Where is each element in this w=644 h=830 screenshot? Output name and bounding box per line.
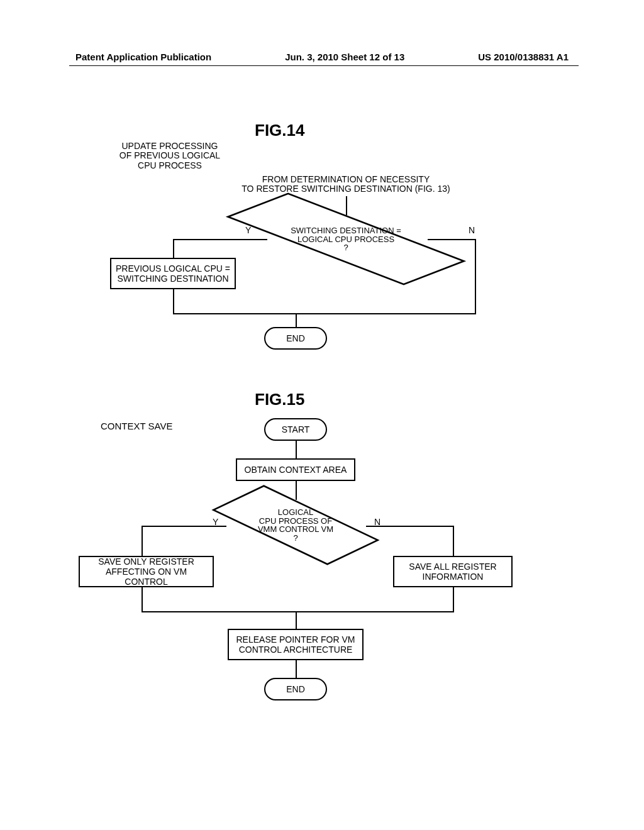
connector	[173, 289, 174, 313]
header-left: Patent Application Publication	[75, 52, 211, 62]
fig14-decision-l1: SWITCHING DESTINATION =	[264, 226, 428, 235]
connector	[142, 526, 226, 527]
connector	[173, 239, 174, 258]
fig15-section: CONTEXT SAVE	[101, 421, 226, 432]
connector	[296, 313, 297, 327]
fig14-y-label: Y	[245, 225, 251, 235]
fig14-yes-l2: SWITCHING DESTINATION	[116, 274, 230, 284]
connector	[475, 239, 476, 313]
fig14-decision-l3: ?	[264, 243, 428, 252]
fig15-yes-box: SAVE ONLY REGISTER AFFECTING ON VM CONTR…	[79, 556, 214, 587]
fig15-release-l1: RELEASE POINTER FOR VM	[236, 634, 355, 645]
fig15-decision: LOGICAL CPU PROCESS OF VMM CONTROL VM ?	[226, 495, 365, 555]
fig15-yes-l1: SAVE ONLY REGISTER	[84, 556, 209, 567]
connector	[296, 660, 297, 678]
fig15-no-l1: SAVE ALL REGISTER	[409, 562, 496, 572]
fig14-from-l2: TO RESTORE SWITCHING DESTINATION (FIG. 1…	[233, 184, 459, 194]
fig14-proc-title-l1: UPDATE PROCESSING	[101, 141, 239, 151]
fig15-start: START	[264, 418, 327, 441]
header-rule	[69, 65, 579, 66]
fig15-title: FIG.15	[255, 390, 304, 409]
page-header: Patent Application Publication Jun. 3, 2…	[0, 52, 644, 62]
fig15-end-label: END	[286, 684, 305, 694]
page: Patent Application Publication Jun. 3, 2…	[0, 0, 644, 830]
fig14-yes-l1: PREVIOUS LOGICAL CPU =	[116, 263, 230, 274]
connector	[366, 526, 453, 527]
fig15-no-l2: INFORMATION	[409, 572, 496, 582]
fig14-end-label: END	[286, 333, 305, 343]
connector	[142, 611, 454, 612]
fig14-proc-title: UPDATE PROCESSING OF PREVIOUS LOGICAL CP…	[101, 141, 239, 170]
fig14-decision-l2: LOGICAL CPU PROCESS	[264, 235, 428, 243]
fig14-from-l1: FROM DETERMINATION OF NECESSITY	[233, 175, 459, 184]
fig15-release-l2: CONTROL ARCHITECTURE	[236, 645, 355, 655]
fig15-decision-l4: ?	[226, 534, 365, 543]
fig14-proc-title-l3: CPU PROCESS	[101, 161, 239, 170]
fig14-title: FIG.14	[255, 121, 304, 140]
fig14-decision-text: SWITCHING DESTINATION = LOGICAL CPU PROC…	[264, 226, 428, 252]
fig14-decision: SWITCHING DESTINATION = LOGICAL CPU PROC…	[264, 211, 428, 267]
connector	[453, 587, 454, 611]
connector	[173, 313, 476, 314]
connector	[428, 239, 475, 240]
fig15-decision-text: LOGICAL CPU PROCESS OF VMM CONTROL VM ?	[226, 508, 365, 543]
fig14-n-label: N	[469, 225, 475, 235]
connector	[142, 587, 143, 611]
fig14-yes-box: PREVIOUS LOGICAL CPU = SWITCHING DESTINA…	[110, 258, 236, 289]
fig15-no-box: SAVE ALL REGISTER INFORMATION	[393, 556, 513, 587]
connector	[142, 526, 143, 556]
fig14-proc-title-l2: OF PREVIOUS LOGICAL	[101, 151, 239, 160]
connector	[173, 239, 267, 240]
fig14-end: END	[264, 327, 327, 350]
fig15-obtain-label: OBTAIN CONTEXT AREA	[245, 465, 347, 475]
fig15-start-label: START	[282, 424, 310, 434]
fig14-from: FROM DETERMINATION OF NECESSITY TO RESTO…	[233, 175, 459, 194]
connector	[296, 441, 297, 458]
fig15-obtain: OBTAIN CONTEXT AREA	[236, 458, 355, 481]
fig15-end: END	[264, 678, 327, 700]
connector	[453, 526, 454, 556]
header-right: US 2010/0138831 A1	[478, 52, 569, 62]
connector	[296, 611, 297, 629]
fig15-decision-l1: LOGICAL	[226, 508, 365, 517]
fig15-decision-l3: VMM CONTROL VM	[226, 525, 365, 534]
fig15-decision-l2: CPU PROCESS OF	[226, 516, 365, 525]
fig15-yes-l2: AFFECTING ON VM CONTROL	[84, 567, 209, 587]
fig15-release: RELEASE POINTER FOR VM CONTROL ARCHITECT…	[228, 629, 364, 660]
header-center: Jun. 3, 2010 Sheet 12 of 13	[285, 52, 404, 62]
